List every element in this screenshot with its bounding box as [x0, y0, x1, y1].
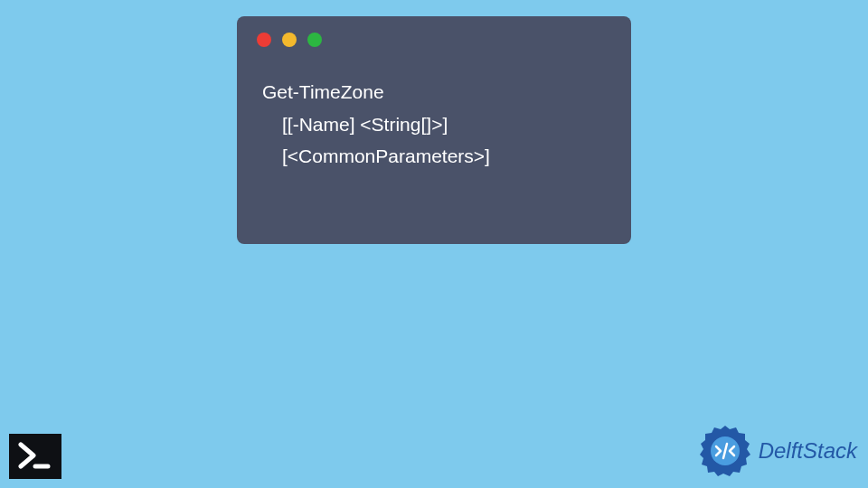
- code-line: Get-TimeZone: [262, 76, 606, 108]
- powershell-icon: [9, 434, 61, 479]
- code-line: [<CommonParameters>]: [262, 140, 606, 173]
- minimize-icon: [282, 33, 297, 47]
- close-icon: [257, 33, 271, 47]
- code-window: Get-TimeZone [[-Name] <String[]>] [<Comm…: [237, 16, 631, 244]
- maximize-icon: [307, 33, 322, 47]
- delftstack-gear-icon: [697, 423, 753, 479]
- delftstack-logo: DelftStack: [697, 423, 857, 479]
- traffic-lights: [237, 16, 631, 47]
- code-line: [[-Name] <String[]>]: [262, 108, 606, 141]
- code-content: Get-TimeZone [[-Name] <String[]>] [<Comm…: [237, 47, 631, 173]
- brand-text: DelftStack: [759, 438, 857, 464]
